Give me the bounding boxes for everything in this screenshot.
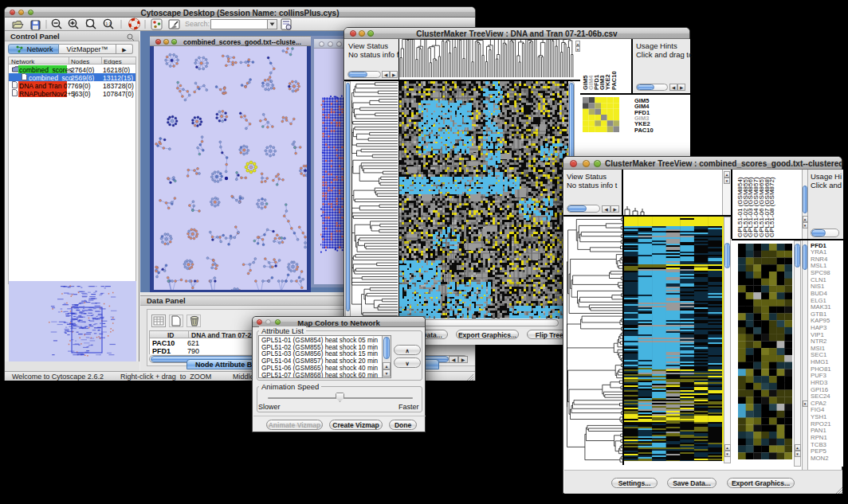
svg-text:GPL51-08 (GSM872): GPL51-08 (GSM872) — [768, 177, 775, 237]
svg-text:Search:: Search: — [185, 20, 210, 28]
svg-text:1:1: 1:1 — [106, 21, 112, 26]
svg-text:PAC10: PAC10 — [610, 71, 618, 90]
